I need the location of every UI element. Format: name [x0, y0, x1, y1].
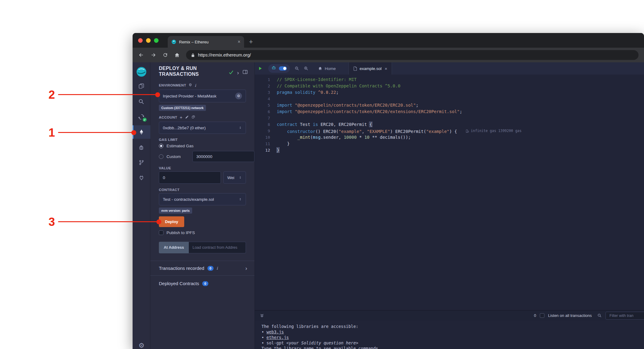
line-number: 10	[255, 134, 277, 141]
chevron-updown-icon	[239, 126, 242, 130]
address-bar[interactable]: https://remix.ethereum.org/	[186, 50, 639, 60]
account-select[interactable]: 0xdbb...2b5e7 (0 ether)	[159, 122, 246, 134]
terminal-filter-input[interactable]	[606, 312, 644, 320]
code-line[interactable]: 11 }	[255, 141, 644, 147]
environment-settings-icon[interactable]: ⚙	[235, 93, 242, 99]
remix-logo	[136, 66, 147, 78]
code-line[interactable]: 8contract Test is ERC20, ERC20Permit {	[255, 121, 644, 128]
code-line[interactable]: 10 _mint(msg.sender, 10000 * 10 ** decim…	[255, 134, 644, 141]
code-line[interactable]: 12}	[255, 147, 644, 153]
browser-tab[interactable]: Remix – Ethereu ×	[168, 36, 244, 48]
settings-gear-icon[interactable]: ⚙	[133, 342, 150, 349]
code-line[interactable]: 6import "@openzeppelin/contracts/token/E…	[255, 108, 644, 115]
terminal-output[interactable]: The following libraries are accessible:•…	[255, 321, 644, 349]
deployed-contracts-count-badge: 0	[202, 281, 208, 286]
git-icon[interactable]	[133, 156, 150, 169]
browser-window: Remix – Ethereu × + https://remix.ethere…	[133, 33, 644, 349]
window-controls	[138, 38, 159, 43]
code-editor[interactable]: 1// SPDX-License-Identifier: MIT2// Comp…	[255, 75, 644, 310]
terminal-link[interactable]: ethers.js	[266, 335, 289, 340]
tab-example-sol[interactable]: example.sol ×	[349, 62, 392, 75]
browser-toolbar: https://remix.ethereum.org/	[133, 48, 644, 62]
estimated-gas-radio[interactable]	[159, 144, 163, 148]
tab-home[interactable]: Home	[313, 62, 341, 75]
publish-ipfs-checkbox[interactable]	[159, 230, 163, 235]
environment-info-icon[interactable]: i	[195, 84, 196, 87]
zoom-in-icon[interactable]	[304, 66, 309, 71]
code-line[interactable]: 2// Compatible with OpenZeppelin Contrac…	[255, 83, 644, 89]
zoom-window-button[interactable]	[154, 38, 159, 43]
line-number: 2	[255, 83, 277, 89]
add-account-icon[interactable]: +	[180, 116, 182, 119]
transactions-info-icon[interactable]: i	[217, 266, 218, 270]
listen-all-transactions-checkbox[interactable]	[540, 313, 544, 318]
code-line[interactable]: 3pragma solidity ^0.8.22;	[255, 89, 644, 96]
panel-check-icon[interactable]	[229, 70, 233, 75]
code-line[interactable]: 7	[255, 115, 644, 121]
line-number: 8	[255, 121, 277, 128]
plugin-manager-icon[interactable]	[133, 171, 150, 185]
terminal-collapse-icon[interactable]	[260, 313, 264, 318]
icon-panel: ⚙	[133, 62, 150, 349]
file-explorer-icon[interactable]	[133, 79, 150, 93]
code-line[interactable]: 4	[255, 96, 644, 102]
value-unit-select[interactable]: Wei	[223, 171, 246, 184]
custom-gas-input[interactable]	[192, 151, 254, 162]
terminal-link[interactable]: web3.js	[266, 329, 284, 334]
solidity-compiler-icon[interactable]	[133, 110, 150, 123]
tab-close-icon[interactable]: ×	[385, 66, 387, 71]
forward-icon[interactable]	[150, 52, 156, 58]
home-icon[interactable]	[174, 52, 180, 58]
at-address-input[interactable]	[189, 242, 246, 253]
code-line[interactable]: 9 constructor() ERC20("example", "EXAMPL…	[255, 128, 644, 134]
value-unit: Wei	[227, 175, 236, 180]
code-line[interactable]: 1// SPDX-License-Identifier: MIT	[255, 76, 644, 83]
environment-plug-icon[interactable]	[188, 83, 192, 88]
account-value: 0xdbb...2b5e7 (0 ether)	[163, 126, 236, 130]
value-label: VALUE	[159, 166, 171, 170]
contract-value: Test - contracts/example.sol	[163, 197, 236, 202]
transactions-recorded-section: Transactions recorded 0 i ›	[150, 261, 254, 275]
close-window-button[interactable]	[138, 38, 143, 43]
terminal-search-icon[interactable]	[597, 313, 602, 318]
new-tab-button[interactable]: +	[249, 39, 253, 45]
run-script-icon[interactable]	[255, 62, 266, 75]
copilot-toggle[interactable]	[279, 66, 287, 71]
remix-favicon-icon	[171, 39, 176, 44]
zoom-out-icon[interactable]	[295, 66, 299, 71]
annotation-marker-2: 2	[37, 89, 55, 101]
pin-panel-icon[interactable]	[243, 70, 248, 75]
terminal-line: Type the library name to see available c…	[262, 346, 644, 349]
ai-copilot-icon[interactable]	[271, 65, 276, 72]
copy-account-icon[interactable]	[192, 115, 195, 120]
custom-gas-label: Custom	[166, 154, 181, 159]
back-icon[interactable]	[138, 52, 144, 58]
contract-select[interactable]: Test - contracts/example.sol	[159, 193, 246, 205]
deployed-contracts-section: Deployed Contracts 0	[150, 275, 254, 291]
debugger-icon[interactable]	[133, 141, 150, 154]
panel-collapse-icon[interactable]: ›	[237, 71, 239, 75]
transactions-expand-icon[interactable]: ›	[245, 266, 247, 270]
tab-example-sol-label: example.sol	[360, 66, 382, 71]
line-number: 3	[255, 89, 277, 96]
deployed-contracts-label: Deployed Contracts	[159, 281, 199, 286]
minimize-window-button[interactable]	[146, 38, 151, 43]
edit-account-icon[interactable]	[185, 115, 189, 120]
code-line[interactable]: 5import "@openzeppelin/contracts/token/E…	[255, 102, 644, 108]
tab-close-icon[interactable]: ×	[238, 39, 240, 44]
contract-label: CONTRACT	[159, 188, 180, 192]
value-input[interactable]	[159, 171, 221, 184]
search-icon[interactable]	[133, 95, 150, 108]
at-address-button[interactable]: At Address	[159, 242, 189, 253]
annotation-marker-1: 1	[37, 127, 55, 138]
environment-select[interactable]: Injected Provider - MetaMask ⚙	[159, 90, 246, 102]
terminal-line: • web3.js	[262, 329, 644, 335]
terminal-line: • ethers.js	[262, 335, 644, 340]
annotation-line-1	[58, 132, 134, 133]
network-badge: Custom (33772211) network	[159, 105, 206, 111]
annotation-dot-2	[155, 92, 160, 97]
remix-app: ⚙ DEPLOY & RUN TRANSACTIONS › ENVIRONMEN…	[133, 62, 644, 349]
deploy-button[interactable]: Deploy	[159, 216, 184, 227]
custom-gas-radio[interactable]	[159, 154, 163, 159]
reload-icon[interactable]	[163, 52, 168, 58]
